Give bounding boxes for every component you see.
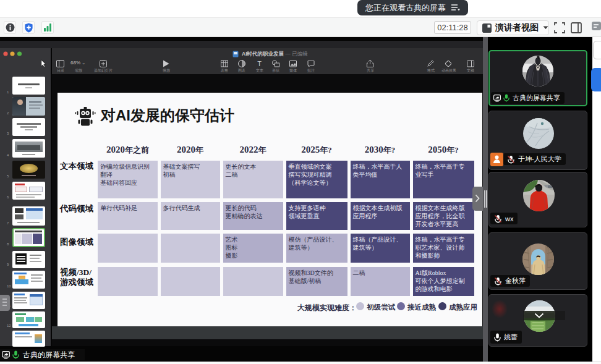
svg-text:T: T — [257, 60, 262, 67]
